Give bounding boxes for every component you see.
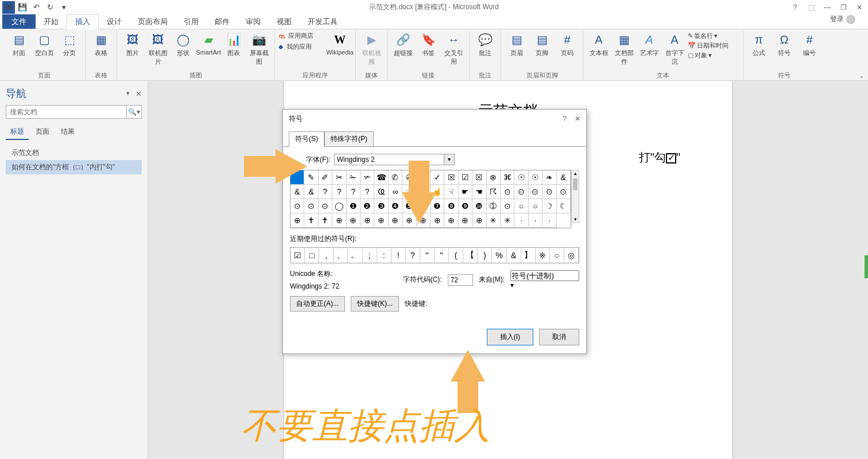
- tab-design[interactable]: 设计: [99, 14, 130, 29]
- nav-tab-pages[interactable]: 页面: [31, 125, 54, 140]
- symbol-cell[interactable]: ⊙: [514, 185, 528, 199]
- recent-symbol-cell[interactable]: (: [449, 248, 463, 263]
- symbol-cell[interactable]: ❿: [472, 199, 486, 213]
- date-time-button[interactable]: 📅 日期和时间: [688, 41, 739, 50]
- chart-button[interactable]: 📊图表: [222, 32, 246, 68]
- page-number-button[interactable]: #页码: [555, 32, 579, 68]
- wordart-button[interactable]: A艺术字: [637, 32, 661, 68]
- symbol-cell[interactable]: ✐: [319, 170, 332, 185]
- symbol-cell[interactable]: ⊕: [389, 213, 402, 228]
- hyperlink-button[interactable]: 🔗超链接: [391, 32, 415, 68]
- symbol-cell[interactable]: ?: [347, 185, 361, 199]
- symbol-cell[interactable]: &: [557, 170, 571, 185]
- scrollbar-thumb[interactable]: [573, 178, 578, 190]
- symbol-cell[interactable]: ⊙: [501, 199, 514, 213]
- cover-page-button[interactable]: ▤封面: [7, 32, 31, 68]
- symbol-cell[interactable]: ⊕: [472, 213, 486, 228]
- save-icon[interactable]: 💾: [16, 1, 29, 14]
- symbol-cell[interactable]: ·: [542, 213, 556, 228]
- symbol-cell[interactable]: ⊙: [557, 185, 571, 199]
- textbox-button[interactable]: A文本框: [587, 32, 611, 68]
- ribbon-display-icon[interactable]: ⬚: [805, 3, 817, 11]
- qat-dropdown-icon[interactable]: ▾: [57, 1, 70, 14]
- equation-button[interactable]: π公式: [747, 32, 771, 68]
- symbol-cell[interactable]: ⊙: [529, 185, 542, 199]
- symbol-cell[interactable]: ☈: [487, 185, 501, 199]
- dialog-tab-special[interactable]: 特殊字符(P): [324, 131, 374, 147]
- picture-button[interactable]: 🖼图片: [121, 32, 145, 68]
- symbol-cell[interactable]: ∞: [389, 185, 402, 199]
- recent-symbol-cell[interactable]: &: [507, 248, 521, 263]
- online-video-button[interactable]: ▶联机视频: [359, 32, 383, 68]
- from-combo[interactable]: ▾: [510, 270, 579, 289]
- nav-tab-headings[interactable]: 标题: [6, 125, 29, 140]
- symbol-cell[interactable]: ⊙: [501, 185, 514, 199]
- recent-symbol-cell[interactable]: ,: [319, 248, 334, 263]
- object-button[interactable]: ▢ 对象 ▾: [688, 51, 739, 60]
- symbol-cell[interactable]: ?: [319, 185, 332, 199]
- symbol-cell[interactable]: &: [304, 185, 318, 199]
- tab-references[interactable]: 引用: [176, 14, 207, 29]
- symbol-cell[interactable]: ☑: [459, 170, 472, 185]
- dialog-help-icon[interactable]: ?: [563, 115, 567, 123]
- recent-symbol-cell[interactable]: 【: [463, 248, 478, 263]
- symbol-cell[interactable]: ○: [529, 199, 542, 213]
- symbol-cell[interactable]: ✝: [319, 213, 332, 228]
- symbol-grid-scrollbar[interactable]: ▴ ▾: [571, 170, 579, 223]
- dialog-close-icon[interactable]: ✕: [575, 115, 580, 123]
- wikipedia-button[interactable]: WWikipedia: [328, 32, 352, 68]
- symbol-cell[interactable]: ☎: [374, 170, 388, 185]
- tab-home[interactable]: 开始: [36, 14, 67, 29]
- maximize-icon[interactable]: ❐: [837, 3, 850, 11]
- symbol-cell[interactable]: ➀: [487, 199, 501, 213]
- symbol-cell[interactable]: ⌘: [501, 170, 514, 185]
- symbol-cell[interactable]: ❧: [542, 170, 556, 185]
- nav-close-icon[interactable]: ✕: [135, 90, 142, 98]
- tab-review[interactable]: 审阅: [238, 14, 269, 29]
- recent-symbol-cell[interactable]: 、: [334, 248, 348, 263]
- symbol-cell[interactable]: ·: [514, 213, 528, 228]
- recent-symbols-grid[interactable]: ☑□,、。;:!?""(【)%&】※○◎: [290, 247, 579, 263]
- tab-insert[interactable]: 插入: [67, 14, 99, 29]
- nav-tab-results[interactable]: 结果: [56, 125, 79, 140]
- number-button[interactable]: #编号: [797, 32, 822, 68]
- help-icon[interactable]: ?: [789, 3, 801, 11]
- minimize-icon[interactable]: —: [821, 3, 834, 11]
- symbol-cell[interactable]: ☒: [444, 170, 458, 185]
- recent-symbol-cell[interactable]: 】: [521, 248, 536, 263]
- symbol-cell[interactable]: ☛: [459, 185, 472, 199]
- symbol-cell[interactable]: ⊕: [444, 213, 458, 228]
- page-break-button[interactable]: ⬚分页: [57, 32, 82, 68]
- nav-search-button[interactable]: 🔍▾: [126, 106, 141, 118]
- recent-symbol-cell[interactable]: ;: [363, 248, 377, 263]
- symbol-cell[interactable]: ✳: [501, 213, 514, 228]
- symbol-cell[interactable]: ✝: [304, 213, 318, 228]
- quick-parts-button[interactable]: ▦文档部件: [612, 32, 636, 68]
- symbol-cell[interactable]: ❷: [361, 199, 374, 213]
- from-dropdown-icon[interactable]: ▾: [510, 281, 579, 289]
- smartart-button[interactable]: ▰SmartArt: [196, 32, 220, 68]
- insert-button[interactable]: 插入(I): [487, 329, 533, 345]
- recent-symbol-cell[interactable]: ): [478, 248, 492, 263]
- symbol-cell[interactable]: Ҩ: [374, 185, 388, 199]
- scroll-up-icon[interactable]: ▴: [572, 170, 579, 176]
- my-apps-button[interactable]: ◆我的应用: [278, 42, 327, 51]
- symbol-cell[interactable]: ?: [361, 185, 374, 199]
- app-store-button[interactable]: 🛍应用商店: [278, 32, 327, 40]
- collapse-ribbon-icon[interactable]: ˬ: [860, 71, 863, 78]
- blank-page-button[interactable]: ▢空白页: [32, 32, 56, 68]
- symbol-cell[interactable]: ☉: [529, 170, 542, 185]
- symbol-cell[interactable]: ⊕: [459, 213, 472, 228]
- close-icon[interactable]: ✕: [853, 3, 866, 11]
- screenshot-button[interactable]: 📷屏幕截图: [247, 32, 271, 68]
- recent-symbol-cell[interactable]: □: [305, 248, 319, 263]
- nav-dropdown-icon[interactable]: ▾: [126, 90, 130, 98]
- from-input[interactable]: [510, 270, 579, 281]
- symbol-cell[interactable]: ⊙: [542, 185, 556, 199]
- font-combo[interactable]: ▾: [334, 154, 455, 165]
- symbol-cell[interactable]: ❸: [374, 199, 388, 213]
- tab-layout[interactable]: 页面布局: [130, 14, 176, 29]
- recent-symbol-cell[interactable]: ○: [550, 248, 564, 263]
- shortcut-key-button[interactable]: 快捷键(K)...: [351, 296, 399, 312]
- tab-dev[interactable]: 开发工具: [300, 14, 346, 29]
